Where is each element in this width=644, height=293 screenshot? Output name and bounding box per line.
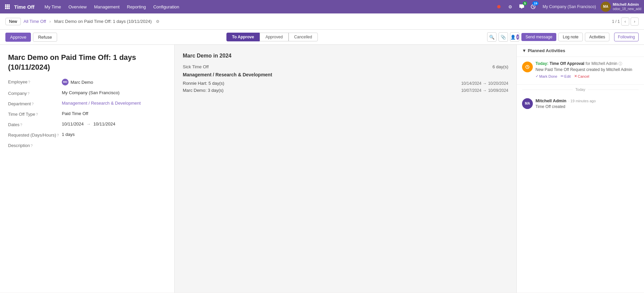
sick-time-off-label: Sick Time Off	[183, 64, 209, 69]
log-note-button[interactable]: Log note	[558, 33, 583, 41]
following-button[interactable]: Following	[614, 33, 639, 41]
edit-activity-button[interactable]: ✏ Edit	[561, 74, 571, 78]
date-to: 10/11/2024	[93, 121, 115, 126]
summary-section: Sick Time Off 6 day(s) Management / Rese…	[183, 64, 508, 93]
settings-gear-icon[interactable]: ⚙	[156, 19, 160, 24]
info-icon[interactable]: ⓘ	[618, 62, 622, 66]
clock-icon-btn[interactable]: 19	[528, 2, 538, 11]
requested-label: Requested (Days/Hours)?	[8, 132, 62, 138]
time-off-type-value: Paid Time Off	[62, 111, 166, 116]
user-info: Mitchell Admin odoo_18_new_add	[613, 2, 641, 11]
date-arrow: →	[86, 121, 91, 126]
svg-rect-3	[5, 6, 6, 7]
breadcrumb-separator: ›	[49, 19, 51, 24]
department-row: Department? Management / Research & Deve…	[8, 101, 166, 106]
company-name: My Company (San Francisco)	[543, 4, 596, 9]
message-content: Mitchell Admin · 19 minutes ago Time Off…	[535, 98, 639, 109]
apps-menu-button[interactable]	[3, 2, 12, 11]
checkmark-icon: ✓	[535, 74, 539, 78]
summary-title: Marc Demo in 2024	[183, 53, 508, 59]
followers-count: 2	[516, 34, 519, 40]
brand-title[interactable]: Time Off	[14, 4, 35, 10]
action-bar: Approve Refuse To Approve Approved Cance…	[0, 30, 644, 45]
dates-row: Dates? 10/11/2024 → 10/11/2024	[8, 121, 166, 127]
activities-button[interactable]: Activities	[585, 33, 609, 41]
pagination-text: 1 / 1	[612, 19, 620, 24]
user-avatar[interactable]: MA	[601, 2, 611, 12]
arrow-icon-1: →	[483, 88, 487, 93]
cancel-activity-button[interactable]: ✕ Cancel	[574, 74, 589, 78]
message-time: · 19 minutes ago	[568, 99, 596, 103]
svg-rect-4	[7, 6, 8, 7]
approve-button[interactable]: Approve	[5, 33, 31, 42]
right-icons: 🔍 📎 👤2	[487, 32, 519, 42]
person-dates-1: 10/07/2024 → 10/09/2024	[461, 88, 508, 93]
nav-management[interactable]: Management	[91, 3, 123, 11]
nav-configuration[interactable]: Configuration	[150, 3, 182, 11]
employee-value: MD Marc Demo	[62, 79, 166, 85]
nav-reporting[interactable]: Reporting	[124, 3, 149, 11]
send-message-button[interactable]: Send message	[521, 33, 556, 41]
main-content: Marc Demo on Paid Time Off: 1 days (10/1…	[0, 45, 644, 293]
employee-name: Marc Demo	[71, 80, 93, 85]
time-off-type-label: Time Off Type?	[8, 111, 62, 117]
next-record-button[interactable]: ›	[631, 17, 639, 26]
status-cancelled[interactable]: Cancelled	[289, 33, 318, 41]
svg-rect-1	[7, 4, 8, 6]
breadcrumb-left: New All Time Off › Marc Demo on Paid Tim…	[5, 18, 160, 25]
summary-department: Management / Research & Development	[183, 72, 508, 77]
person-row-0: Ronnie Hart: 5 day(s) 10/14/2024 → 10/20…	[183, 81, 508, 86]
edit-icon: ✏	[561, 74, 564, 78]
form-panel: Marc Demo on Paid Time Off: 1 days (10/1…	[0, 45, 175, 293]
status-indicator	[494, 2, 504, 11]
department-label: Department?	[8, 101, 62, 106]
svg-rect-6	[5, 8, 6, 9]
nav-my-time[interactable]: My Time	[41, 3, 65, 11]
attachment-icon-btn[interactable]: 📎	[499, 32, 508, 42]
svg-rect-8	[8, 8, 10, 9]
nav-overview[interactable]: Overview	[65, 3, 90, 11]
requested-row: Requested (Days/Hours)? 1 days	[8, 132, 166, 138]
activity-actions: ✓ Mark Done ✏ Edit ✕ Cancel	[535, 74, 639, 78]
form-title: Marc Demo on Paid Time Off: 1 days (10/1…	[8, 53, 166, 72]
pipeline-status: To Approve Approved Cancelled	[226, 33, 318, 41]
chatter-message: MA Mitchell Admin · 19 minutes ago Time …	[517, 94, 644, 113]
new-button[interactable]: New	[5, 18, 21, 25]
employee-row: Employee? MD Marc Demo	[8, 79, 166, 85]
discuss-icon-btn[interactable]: 5	[517, 2, 526, 11]
planned-activities-label: Planned Activities	[528, 48, 565, 53]
discuss-badge: 5	[523, 1, 527, 5]
summary-panel: Marc Demo in 2024 Sick Time Off 6 day(s)…	[175, 45, 516, 293]
settings-icon-btn[interactable]: ⚙	[506, 2, 515, 11]
date-from: 10/11/2024	[62, 121, 84, 126]
breadcrumb-current: Marc Demo on Paid Time Off: 1 days (10/1…	[54, 19, 152, 24]
breadcrumb-bar: New All Time Off › Marc Demo on Paid Tim…	[0, 13, 644, 30]
prev-record-button[interactable]: ‹	[621, 17, 629, 26]
department-value[interactable]: Management / Research & Development	[62, 101, 166, 106]
activity-header: Today: Time Off Approval for Mitchell Ad…	[522, 61, 639, 78]
activity-type-text: Time Off Approval	[550, 61, 584, 66]
svg-text:MA: MA	[603, 5, 608, 8]
status-approved[interactable]: Approved	[260, 33, 288, 41]
activity-type-icon	[522, 62, 533, 72]
search-icon-btn[interactable]: 🔍	[487, 32, 497, 42]
clock-badge: 19	[532, 1, 539, 5]
mark-done-button[interactable]: ✓ Mark Done	[535, 74, 557, 78]
followers-icon-btn[interactable]: 👤2	[510, 32, 519, 42]
description-row: Description?	[8, 142, 166, 148]
company-row: Company? My Company (San Francisco)	[8, 90, 166, 96]
person-name-0: Ronnie Hart: 5 day(s)	[183, 81, 224, 86]
svg-rect-2	[8, 4, 10, 6]
time-off-type-row: Time Off Type? Paid Time Off	[8, 111, 166, 117]
svg-text:MA: MA	[525, 102, 530, 105]
status-to-approve[interactable]: To Approve	[226, 33, 260, 41]
chatter-panel: ▼ Planned Activities Today: Time Off App…	[516, 45, 644, 293]
sick-time-off-row: Sick Time Off 6 day(s)	[183, 64, 508, 69]
activity-title-line: Today: Time Off Approval for Mitchell Ad…	[535, 61, 639, 66]
refuse-button[interactable]: Refuse	[33, 33, 57, 42]
collapse-icon[interactable]: ▼	[522, 48, 526, 53]
message-author: Mitchell Admin	[535, 98, 566, 103]
breadcrumb-parent-link[interactable]: All Time Off	[24, 19, 46, 24]
activity-description: New Paid Time Off Request created by Mit…	[535, 67, 639, 72]
nav-right-area: ⚙ 5 19 My Company (San Francisco) MA Mit…	[494, 2, 641, 12]
